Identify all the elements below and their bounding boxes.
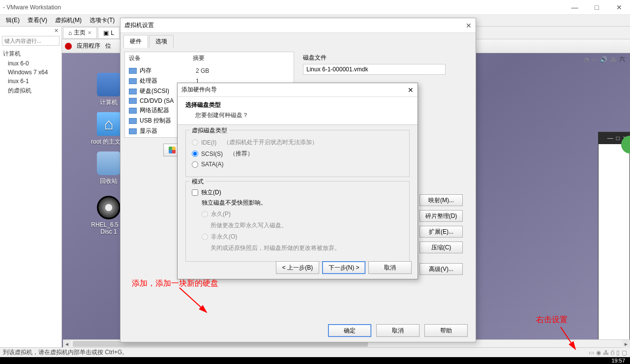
scroll-left-icon[interactable]: ◄ [63,340,71,348]
device-row-memory[interactable]: 内存2 GB [125,65,294,76]
cdrom-icon [129,98,137,104]
display-status-icon[interactable]: ▢ [622,349,627,356]
col-device: 设备 [129,54,193,62]
tab-close-icon[interactable]: ✕ [88,30,91,35]
permanent-label: 永久(P) [211,210,231,218]
radio-scsi-label: SCSI(S) [201,151,223,157]
add-hardware-wizard: 添加硬件向导 ✕ 选择磁盘类型 您要创建何种磁盘？ 虚拟磁盘类型 IDE(I) … [177,83,418,279]
tab-home[interactable]: ⌂ 主页 ✕ [63,27,97,39]
map-button[interactable]: 映射(M)... [420,194,463,206]
wizard-banner: 选择磁盘类型 您要创建何种磁盘？ [178,97,418,125]
extra-text: 六 [619,55,625,63]
mode-group: 模式 独立(D) 独立磁盘不受快照影响。 永久(P) 所做更改立即永久写入磁盘。… [185,181,410,262]
wizard-title: 添加硬件向导 [181,86,217,94]
tree-item[interactable]: 的虚拟机 [3,86,59,96]
independent-checkbox-row[interactable]: 独立(D) [192,188,403,197]
settings-titlebar: 虚拟机设置 ✕ [120,18,476,33]
radio-sata[interactable] [192,161,198,168]
tree-root[interactable]: 计算机 [3,49,59,59]
menu-edit[interactable]: 辑(E) [2,16,24,25]
disk-file-label: 磁盘文件 [303,54,468,62]
settings-title: 虚拟机设置 [124,21,154,30]
speaker-icon: 🔊 [600,56,607,63]
cancel-button[interactable]: 取消 [376,324,420,337]
tab-label: L [111,30,114,36]
menu-vm[interactable]: 虚拟机(M) [51,16,86,25]
help-button[interactable]: 帮助 [424,324,468,337]
nonpermanent-note: 关闭或还原快照后，对磁盘所做的更改将被放弃。 [210,244,403,252]
usb-status-icon[interactable]: ⎙ [611,349,614,356]
display-icon [129,128,137,134]
tab-options[interactable]: 选项 [149,35,174,48]
sidebar-close-icon[interactable]: ✕ [0,27,61,35]
ide-note: （虚拟机处于开启状态时无法添加） [223,138,318,147]
wizard-close-icon[interactable]: ✕ [408,86,414,94]
compress-button[interactable]: 压缩(C) [420,242,463,253]
settings-tabs: 硬件 选项 [120,33,476,48]
scsi-note: （推荐） [230,150,253,158]
nested-max-icon[interactable]: □ [616,135,620,142]
radio-ide [192,139,198,146]
tab-vm[interactable]: ▣ L [98,27,120,39]
trash-icon [97,152,120,175]
left-sidebar: ✕ 计算机 inux 6-0 Windows 7 x64 inux 6-1 的虚… [0,27,62,347]
device-header: 设备 摘要 [125,52,294,64]
settings-close-icon[interactable]: ✕ [466,22,472,30]
redhat-icon [65,43,72,50]
next-button[interactable]: 下一步(N) > [322,261,365,274]
toolbar-pos[interactable]: 位 [105,42,111,50]
shield-icon [169,147,176,153]
network-status-icon[interactable]: 🖧 [603,349,609,356]
tab-hardware[interactable]: 硬件 [123,35,148,48]
vm-tree: 计算机 inux 6-0 Windows 7 x64 inux 6-1 的虚拟机 [0,47,61,98]
wizard-banner-sub: 您要创建何种磁盘？ [185,111,410,120]
wizard-banner-title: 选择磁盘类型 [185,101,410,109]
close-button[interactable]: ✕ [608,0,630,15]
disc-icon [97,196,120,219]
window-controls: — □ ✕ [564,0,630,15]
tree-item[interactable]: Windows 7 x64 [3,68,59,77]
wizard-titlebar: 添加硬件向导 ✕ [178,83,418,97]
status-bar: 到该虚拟机，请在虚拟机内部单击或按 Ctrl+G。 ▭ ◉ 🖧 ⎙ ▯ ▢ [0,347,630,357]
scroll-right-icon[interactable]: ► [622,340,630,348]
ok-button[interactable]: 确定 [328,324,371,337]
cdrom-status-icon[interactable]: ◉ [596,349,601,356]
col-summary: 摘要 [193,54,205,62]
radio-sata-row[interactable]: SATA(A) [192,161,403,168]
disk-status-icon[interactable]: ▭ [589,349,594,356]
radio-permanent [202,211,208,217]
tree-item[interactable]: inux 6-0 [3,59,59,68]
app-titlebar: - VMware Workstation — □ ✕ [0,0,630,15]
defrag-button[interactable]: 碎片整理(D) [420,210,463,222]
toolbar-apps[interactable]: 应用程序 [77,42,100,50]
minimize-button[interactable]: — [564,0,586,15]
radio-permanent-row: 永久(P) [202,210,403,218]
independent-label: 独立(D) [201,188,221,197]
menu-tabs[interactable]: 选项卡(T) [86,16,119,25]
wizard-cancel-button[interactable]: 取消 [368,261,412,274]
maximize-button[interactable]: □ [586,0,608,15]
disk-file-input[interactable] [303,64,446,75]
disk-utility-buttons: 映射(M)... 碎片整理(D) 扩展(E)... 压缩(C) 高级(V)... [420,194,463,275]
windows-taskbar[interactable]: 19:57 [0,357,630,364]
disk-icon: ▣ [103,30,109,36]
wizard-body: 虚拟磁盘类型 IDE(I) （虚拟机处于开启状态时无法添加） SCSI(S) （… [178,125,418,271]
radio-scsi[interactable] [192,151,198,157]
back-button[interactable]: < 上一步(B) [276,261,319,274]
tree-item[interactable]: inux 6-1 [3,77,59,86]
independent-checkbox[interactable] [192,189,198,196]
sound-status-icon[interactable]: ▯ [616,349,620,356]
usb-icon [129,118,137,124]
wizard-buttons: < 上一步(B) 下一步(N) > 取消 [276,261,412,274]
expand-button[interactable]: 扩展(E)... [420,226,463,238]
vm-status-icons: ◔ ▭ 🔊 🖧 六 [584,55,625,63]
group-legend: 虚拟磁盘类型 [190,126,229,135]
radio-scsi-row[interactable]: SCSI(S) （推荐） [192,150,403,158]
menu-view[interactable]: 查看(V) [24,16,51,25]
advanced-button[interactable]: 高级(V)... [420,263,463,275]
clock: 19:57 [611,357,630,364]
radio-ide-label: IDE(I) [201,139,216,146]
radio-sata-label: SATA(A) [201,161,224,168]
search-input[interactable] [2,36,60,46]
nested-min-icon[interactable]: — [607,135,613,142]
